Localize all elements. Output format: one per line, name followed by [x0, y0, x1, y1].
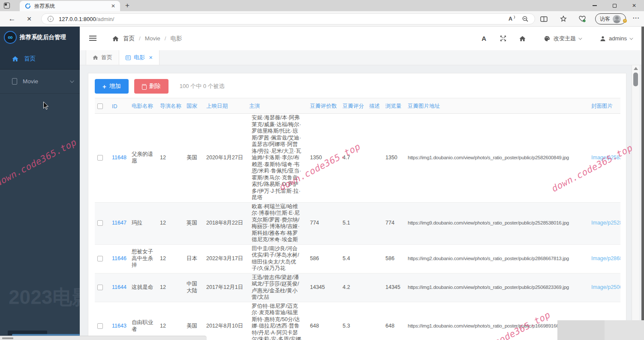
fullscreen-icon[interactable]: [500, 35, 506, 42]
user-menu[interactable]: admins: [600, 35, 632, 42]
favorites-icon[interactable]: [558, 11, 569, 27]
row-id-link[interactable]: 11644: [112, 284, 126, 290]
data-panel: + 增加 删除 100 个中 0 个被选: [88, 73, 626, 340]
cell-country: 中国大陆: [184, 273, 204, 302]
cell-date: 2012年8月10日: [204, 302, 247, 340]
row-image-link[interactable]: Image/p2506823369.jpg: [591, 284, 620, 290]
route-tab-bar: 首页 电影 ✕: [80, 50, 644, 65]
row-image-link[interactable]: Image/p2528538016.jpg: [591, 220, 620, 226]
home-icon: [93, 55, 98, 60]
new-tab-button[interactable]: +: [125, 1, 129, 10]
scrollbar-up-arrow[interactable]: [634, 67, 638, 70]
tab-close-icon[interactable]: ✕: [149, 55, 153, 61]
route-tab-label: 电影: [134, 54, 145, 61]
hamburger-menu-icon[interactable]: [89, 38, 96, 39]
table-row: 11648父亲的遗愿12美国2020年1月27日安妮·海瑟薇/本·阿弗莱克/威廉…: [95, 114, 620, 203]
content-area: + 增加 删除 100 个中 0 个被选: [80, 65, 644, 340]
cell-score: 5.4: [340, 244, 367, 273]
column-sort-link[interactable]: 浏览量: [385, 103, 402, 109]
browser-profile-button[interactable]: 访客: [595, 13, 626, 24]
back-button[interactable]: ←: [7, 11, 17, 27]
row-id-link[interactable]: 11647: [112, 220, 126, 226]
row-image-link[interactable]: Image/p2582600849.jpg: [591, 155, 620, 161]
row-id-link[interactable]: 11643: [112, 323, 126, 329]
tab-close-icon[interactable]: ✕: [110, 3, 117, 9]
route-tab-home[interactable]: 首页: [86, 50, 119, 65]
delete-button[interactable]: 删除: [134, 79, 169, 94]
window-maximize-button[interactable]: [605, 0, 624, 11]
cell-count: 774: [307, 202, 340, 244]
cell-desc: [367, 302, 383, 340]
row-checkbox[interactable]: [97, 323, 103, 329]
split-screen-icon[interactable]: [539, 11, 549, 27]
breadcrumb-home[interactable]: 首页: [123, 35, 135, 42]
cell-name: 这就是命: [129, 273, 157, 302]
cell-director: 12: [157, 114, 184, 203]
home-icon: [12, 56, 18, 62]
column-sort-link[interactable]: 豆瓣图片地址: [408, 103, 440, 109]
cell-count: 1350: [307, 114, 340, 203]
cell-id: 11643: [109, 302, 129, 340]
window-close-button[interactable]: ✕: [624, 0, 644, 11]
row-id-link[interactable]: 11648: [112, 155, 126, 161]
cell-views: 774: [383, 202, 405, 244]
row-checkbox[interactable]: [97, 155, 103, 161]
table-row: 11647玛拉12英国2018年8月22日欧嘉·柯瑞兰寇/哈维尔·博泰特/兰斯·…: [95, 202, 620, 244]
column-sort-link[interactable]: ID: [112, 103, 117, 109]
list-icon: [126, 55, 131, 60]
route-tab-movie[interactable]: 电影 ✕: [119, 50, 159, 65]
file-icon: [12, 78, 17, 85]
app-header: 首页 / Movie / 电影 A 改变主题: [80, 27, 644, 50]
font-size-button[interactable]: A: [481, 35, 486, 42]
site-info-icon[interactable]: i: [48, 16, 54, 22]
cell-id: 11646: [109, 244, 129, 273]
row-checkbox-cell: [95, 273, 109, 302]
row-checkbox[interactable]: [97, 256, 103, 261]
cell-name: 想被女子高中生杀掉: [129, 244, 157, 273]
home-shortcut-icon[interactable]: [519, 36, 526, 42]
url-text: 127.0.0.1:8000/admin/: [59, 16, 114, 22]
column-header: 导演名称: [157, 98, 184, 114]
browser-menu-icon[interactable]: ···: [633, 15, 640, 21]
row-id-link[interactable]: 11646: [112, 255, 126, 261]
url-bar[interactable]: i 127.0.0.1:8000/admin/ A: [41, 13, 535, 24]
breadcrumb-section[interactable]: Movie: [145, 35, 160, 42]
zoom-out-icon[interactable]: [522, 15, 529, 22]
cell-url: https://img9.doubanio.com/view/photo/s_r…: [405, 202, 589, 244]
palette-icon: [544, 35, 551, 42]
column-sort-link[interactable]: 电影名称: [132, 103, 153, 109]
column-sort-link[interactable]: 豆瓣评价数: [310, 103, 337, 109]
read-aloud-icon[interactable]: A: [509, 16, 512, 22]
browser-tab[interactable]: 推荐系统 ✕: [20, 1, 120, 11]
select-all-checkbox[interactable]: [97, 103, 103, 109]
tab-actions-menu-icon[interactable]: [4, 3, 10, 9]
cell-count: 586: [307, 244, 340, 273]
column-sort-link[interactable]: 上映日期: [206, 103, 228, 109]
column-sort-link[interactable]: 封面图片: [591, 103, 613, 109]
plus-icon: +: [102, 83, 106, 90]
column-header: 国家: [184, 98, 204, 114]
cell-desc: [367, 202, 383, 244]
browser-tab-strip: 推荐系统 ✕ + ✕: [0, 0, 644, 11]
cell-image: Image/p2868667813.jpg: [589, 244, 620, 273]
column-sort-link[interactable]: 国家: [187, 103, 197, 109]
cell-image: Image/p2506823369.jpg: [589, 273, 620, 302]
table-wrap: ID电影名称导演名称国家上映日期主演豆瓣评价数豆瓣评分描述浏览量豆瓣图片地址封面…: [95, 98, 620, 340]
column-sort-link[interactable]: 导演名称: [160, 103, 181, 109]
window-minimize-button[interactable]: [585, 0, 605, 11]
theme-switcher[interactable]: 改变主题: [544, 35, 581, 42]
vertical-scrollbar[interactable]: [632, 65, 639, 340]
column-sort-link[interactable]: 主演: [249, 103, 260, 109]
browser-essentials-icon[interactable]: [577, 11, 587, 27]
sidebar-item-home[interactable]: 首页: [0, 48, 80, 69]
add-button[interactable]: + 增加: [95, 79, 129, 94]
row-checkbox[interactable]: [97, 285, 103, 290]
column-sort-link[interactable]: 描述: [369, 103, 380, 109]
row-checkbox[interactable]: [97, 220, 103, 226]
stop-loading-button[interactable]: ✕: [24, 11, 34, 27]
scrollbar-thumb[interactable]: [633, 73, 638, 86]
cell-id: 11647: [109, 202, 129, 244]
column-sort-link[interactable]: 豆瓣评分: [343, 103, 364, 109]
row-image-link[interactable]: Image/p2868667813.jpg: [591, 255, 620, 261]
sidebar-item-movie[interactable]: Movie: [0, 70, 80, 94]
